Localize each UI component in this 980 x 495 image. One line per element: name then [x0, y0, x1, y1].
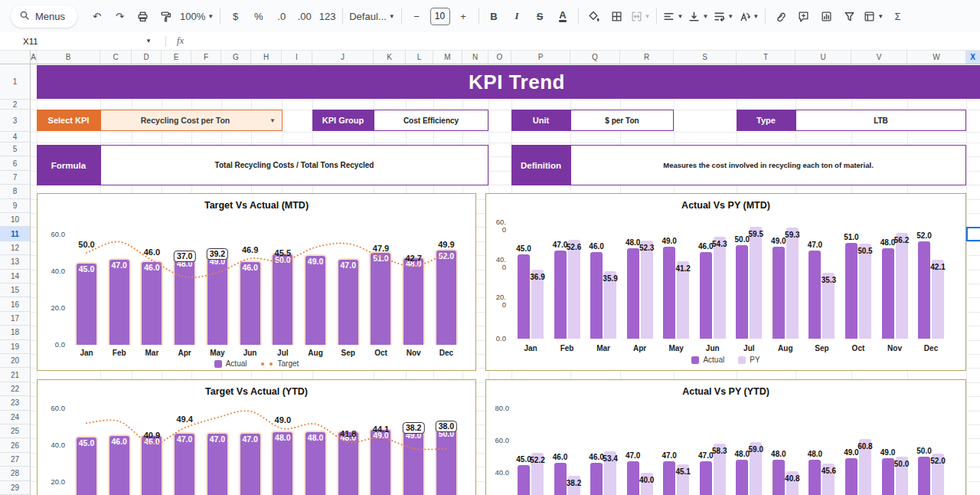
kpi-group-value: Cost Efficiency — [374, 110, 488, 131]
functions-button[interactable]: Σ — [887, 7, 909, 26]
decrease-decimal-button[interactable]: .0 — [270, 7, 292, 26]
row-header-18[interactable]: 18 — [0, 326, 30, 339]
row-header-28[interactable]: 28 — [0, 467, 30, 480]
fill-color-button[interactable] — [583, 7, 605, 26]
row-header-25[interactable]: 25 — [0, 425, 30, 438]
text-wrap-button[interactable]: ▼ — [711, 7, 736, 26]
row-header-15[interactable]: 15 — [0, 284, 30, 297]
row-header-17[interactable]: 17 — [0, 312, 30, 326]
row-header-20[interactable]: 20 — [0, 354, 30, 368]
row-header-24[interactable]: 24 — [0, 411, 30, 425]
column-header-N[interactable]: N — [462, 51, 488, 64]
format-percent-button[interactable]: % — [247, 7, 270, 26]
redo-button[interactable]: ↷ — [109, 7, 131, 26]
bold-button[interactable]: B — [483, 7, 505, 26]
sheet-grid[interactable]: KPI Trend Select KPI Recycling Cost per … — [31, 64, 980, 495]
column-header-H[interactable]: H — [251, 51, 282, 64]
actual-bar-label: 47.0 — [341, 261, 356, 270]
column-header-Q[interactable]: Q — [570, 51, 620, 64]
column-header-F[interactable]: F — [191, 51, 221, 64]
text-color-button[interactable]: A — [552, 7, 574, 26]
kpi-dropdown[interactable]: Recycling Cost per Ton ▼ — [100, 110, 283, 131]
undo-button[interactable]: ↶ — [86, 7, 108, 26]
row-header-19[interactable]: 19 — [0, 340, 30, 354]
column-header-U[interactable]: U — [795, 51, 851, 64]
row-header-26[interactable]: 26 — [0, 438, 30, 452]
menus-search[interactable]: Menus — [11, 5, 77, 28]
filter-views-button[interactable]: ▼ — [861, 7, 886, 26]
row-header-11[interactable]: 11 — [0, 227, 30, 241]
target-vs-actual-mtd-chart[interactable]: Target Vs Actual (MTD)60.040.020.00.045.… — [37, 193, 476, 371]
create-filter-button[interactable] — [838, 7, 861, 26]
column-header-A[interactable]: A — [31, 51, 37, 64]
row-header-22[interactable]: 22 — [0, 382, 30, 396]
actual-vs-py-mtd-chart[interactable]: Actual Vs PY (MTD)60. 040. 020. 00.045.0… — [485, 193, 966, 371]
x-axis-label: Jul — [743, 344, 754, 352]
actual-vs-py-ytd-chart[interactable]: Actual Vs PY (YTD)80.060.040.045.052.246… — [485, 379, 966, 495]
x-axis-label: Dec — [439, 349, 453, 357]
row-header-12[interactable]: 12 — [0, 241, 30, 255]
column-header-L[interactable]: L — [406, 51, 433, 64]
zoom-select[interactable]: 100%▼ — [178, 7, 216, 26]
italic-button[interactable]: I — [506, 7, 528, 26]
column-header-R[interactable]: R — [620, 51, 674, 64]
row-header-1[interactable]: 1 — [0, 64, 30, 100]
row-header-5[interactable]: 5 — [0, 143, 30, 156]
column-header-M[interactable]: M — [433, 51, 462, 64]
vertical-align-button[interactable]: ▼ — [686, 7, 710, 26]
insert-link-button[interactable] — [769, 7, 792, 26]
column-header-S[interactable]: S — [674, 51, 737, 64]
borders-button[interactable] — [606, 7, 628, 26]
font-size-input[interactable]: 10 — [430, 8, 450, 25]
row-header-23[interactable]: 23 — [0, 396, 30, 410]
chart-title: Actual Vs PY (YTD) — [486, 386, 965, 397]
column-header-P[interactable]: P — [511, 51, 570, 64]
chart-title: Target Vs Actual (MTD) — [38, 200, 475, 211]
select-all-corner[interactable] — [0, 51, 31, 64]
row-header-10[interactable]: 10 — [0, 213, 30, 227]
text-rotate-button[interactable]: ▼ — [737, 7, 761, 26]
insert-comment-button[interactable] — [792, 7, 815, 26]
column-header-B[interactable]: B — [37, 51, 100, 64]
row-header-29[interactable]: 29 — [0, 481, 30, 495]
column-header-X[interactable]: X — [966, 51, 980, 64]
row-header-8[interactable]: 8 — [0, 185, 30, 198]
column-header-O[interactable]: O — [488, 51, 511, 64]
column-header-W[interactable]: W — [907, 51, 966, 64]
column-header-G[interactable]: G — [221, 51, 251, 64]
target-boxed-label: 38.0 — [436, 421, 457, 432]
row-header-4[interactable]: 4 — [0, 132, 30, 143]
row-header-9[interactable]: 9 — [0, 199, 30, 213]
column-header-T[interactable]: T — [737, 51, 795, 64]
actual-bar — [845, 243, 858, 339]
row-header-27[interactable]: 27 — [0, 453, 30, 467]
print-button[interactable] — [132, 7, 154, 26]
increase-decimal-button[interactable]: .00 — [293, 7, 315, 26]
insert-chart-button[interactable] — [815, 7, 838, 26]
column-header-J[interactable]: J — [312, 51, 374, 64]
row-header-21[interactable]: 21 — [0, 368, 30, 382]
increase-font-size-button[interactable]: + — [452, 7, 475, 26]
target-vs-actual-ytd-chart[interactable]: Target Vs Actual (YTD)60.040.020.045.046… — [37, 379, 476, 495]
column-header-K[interactable]: K — [374, 51, 406, 64]
paint-format-button[interactable] — [155, 7, 177, 26]
format-currency-button[interactable]: $ — [224, 7, 247, 26]
name-box[interactable]: X11 ▼ — [0, 37, 159, 46]
row-header-13[interactable]: 13 — [0, 255, 30, 269]
row-header-7[interactable]: 7 — [0, 171, 30, 185]
more-formats-button[interactable]: 123 — [316, 7, 338, 26]
row-header-16[interactable]: 16 — [0, 297, 30, 311]
row-header-2[interactable]: 2 — [0, 100, 30, 110]
row-header-14[interactable]: 14 — [0, 270, 30, 284]
row-header-3[interactable]: 3 — [0, 110, 30, 132]
column-header-I[interactable]: I — [282, 51, 312, 64]
horizontal-align-button[interactable]: ▼ — [661, 7, 685, 26]
decrease-font-size-button[interactable]: − — [406, 7, 428, 26]
column-header-V[interactable]: V — [851, 51, 907, 64]
font-select[interactable]: Defaul...▼ — [347, 7, 397, 26]
column-header-C[interactable]: C — [100, 51, 132, 64]
row-header-6[interactable]: 6 — [0, 156, 30, 170]
column-header-D[interactable]: D — [132, 51, 162, 64]
strikethrough-button[interactable]: S — [529, 7, 551, 26]
column-header-E[interactable]: E — [162, 51, 191, 64]
